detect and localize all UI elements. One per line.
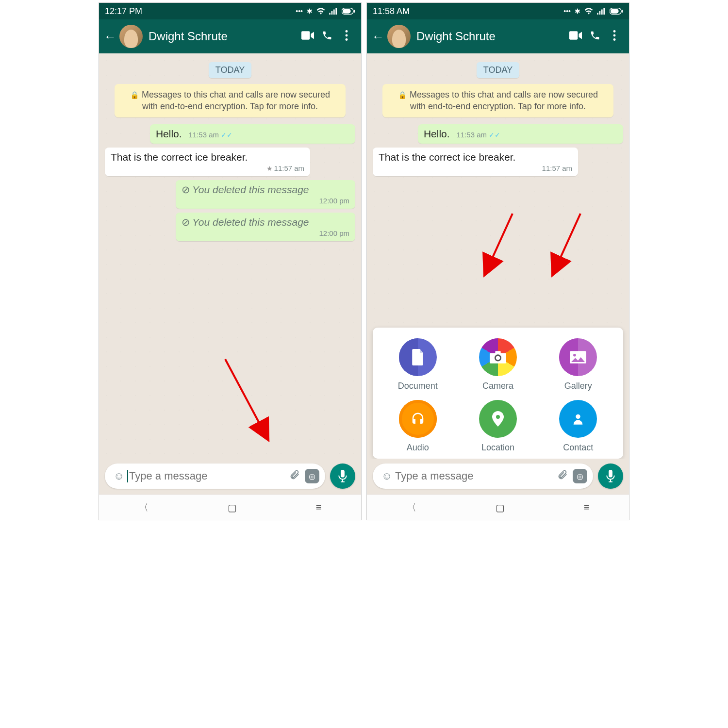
svg-rect-17 bbox=[495, 351, 500, 354]
message-input[interactable] bbox=[395, 470, 554, 482]
signal-icon bbox=[597, 8, 606, 15]
attach-icon[interactable] bbox=[554, 469, 571, 483]
nav-home[interactable]: ▢ bbox=[496, 502, 505, 513]
nav-recent[interactable]: ≡ bbox=[584, 502, 590, 513]
chat-body[interactable]: TODAY 🔒 Messages to this chat and calls … bbox=[99, 53, 361, 459]
attach-camera[interactable]: Camera bbox=[458, 338, 538, 391]
chat-name[interactable]: Dwight Schrute bbox=[416, 30, 566, 43]
chat-body[interactable]: TODAY 🔒 Messages to this chat and calls … bbox=[367, 53, 629, 459]
attach-location[interactable]: Location bbox=[458, 400, 538, 453]
svg-line-22 bbox=[488, 214, 513, 267]
video-call-button[interactable] bbox=[566, 31, 585, 42]
status-icons: ••• ✱ bbox=[563, 7, 623, 15]
svg-point-6 bbox=[346, 38, 348, 41]
date-badge: TODAY bbox=[477, 62, 519, 78]
star-icon: ★ bbox=[266, 165, 273, 172]
back-button[interactable]: ← bbox=[104, 29, 119, 44]
signal-icon bbox=[329, 8, 338, 15]
svg-point-13 bbox=[613, 30, 616, 33]
status-icons: ••• ✱ bbox=[296, 7, 355, 15]
attach-contact[interactable]: Contact bbox=[538, 400, 618, 453]
mic-button[interactable] bbox=[330, 463, 355, 489]
camera-icon[interactable]: ◎ bbox=[305, 469, 319, 483]
svg-point-20 bbox=[573, 354, 576, 357]
message-incoming[interactable]: That is the correct ice breaker. ★11:57 … bbox=[105, 148, 310, 176]
message-deleted[interactable]: ⊘You deleted this message 12:00 pm bbox=[176, 180, 355, 209]
nav-back[interactable]: 〈 bbox=[407, 501, 416, 514]
attach-document[interactable]: Document bbox=[378, 338, 458, 391]
svg-line-23 bbox=[556, 214, 580, 267]
attach-icon[interactable] bbox=[286, 469, 303, 483]
annotation-arrow bbox=[474, 209, 522, 279]
status-time: 12:17 PM bbox=[105, 6, 142, 17]
svg-rect-11 bbox=[622, 10, 623, 13]
input-row: ☺ ◎ bbox=[367, 459, 629, 495]
nav-home[interactable]: ▢ bbox=[228, 502, 237, 513]
prohibit-icon: ⊘ bbox=[182, 216, 190, 228]
voice-call-button[interactable] bbox=[317, 30, 337, 43]
nav-bar: 〈 ▢ ≡ bbox=[367, 495, 629, 520]
input-row: ☺ ◎ bbox=[99, 459, 361, 495]
emoji-icon[interactable]: ☺ bbox=[379, 470, 395, 482]
voice-call-button[interactable] bbox=[585, 30, 605, 43]
lock-icon: 🔒 bbox=[398, 91, 407, 99]
svg-line-7 bbox=[225, 359, 264, 432]
message-incoming[interactable]: That is the correct ice breaker. 11:57 a… bbox=[373, 148, 578, 176]
svg-point-5 bbox=[346, 34, 348, 37]
emoji-icon[interactable]: ☺ bbox=[111, 470, 127, 482]
camera-icon[interactable]: ◎ bbox=[573, 469, 587, 483]
svg-point-14 bbox=[613, 34, 616, 37]
svg-point-21 bbox=[576, 414, 580, 419]
svg-rect-2 bbox=[354, 10, 355, 13]
svg-rect-3 bbox=[301, 31, 310, 39]
message-deleted[interactable]: ⊘You deleted this message 12:00 pm bbox=[176, 213, 355, 241]
attach-gallery[interactable]: Gallery bbox=[538, 338, 618, 391]
battery-icon bbox=[342, 8, 355, 15]
status-bar: 12:17 PM ••• ✱ bbox=[99, 3, 361, 19]
avatar[interactable] bbox=[119, 25, 143, 48]
back-button[interactable]: ← bbox=[372, 29, 387, 44]
avatar[interactable] bbox=[387, 25, 411, 48]
encryption-notice[interactable]: 🔒 Messages to this chat and calls are no… bbox=[115, 84, 346, 117]
status-bar: 11:58 AM ••• ✱ bbox=[367, 3, 629, 19]
nav-recent[interactable]: ≡ bbox=[316, 502, 322, 513]
svg-rect-10 bbox=[611, 9, 619, 13]
nav-back[interactable]: 〈 bbox=[139, 501, 149, 514]
svg-rect-8 bbox=[341, 470, 345, 478]
message-input[interactable] bbox=[127, 470, 286, 482]
bluetooth-icon: ✱ bbox=[307, 7, 313, 15]
app-bar: ← Dwight Schrute bbox=[367, 19, 629, 53]
svg-rect-24 bbox=[609, 470, 612, 478]
video-call-button[interactable] bbox=[298, 31, 317, 42]
prohibit-icon: ⊘ bbox=[182, 184, 190, 195]
more-icon: ••• bbox=[563, 7, 571, 15]
phone-left: 12:17 PM ••• ✱ ← Dwight Schrute TODAY 🔒 … bbox=[99, 3, 361, 520]
annotation-arrow bbox=[542, 209, 590, 279]
svg-point-15 bbox=[613, 38, 616, 41]
read-ticks-icon: ✓✓ bbox=[489, 131, 500, 139]
status-time: 11:58 AM bbox=[373, 6, 410, 17]
message-outgoing[interactable]: Hello. 11:53 am✓✓ bbox=[150, 124, 355, 144]
chat-name[interactable]: Dwight Schrute bbox=[149, 30, 298, 43]
encryption-notice[interactable]: 🔒 Messages to this chat and calls are no… bbox=[382, 84, 613, 117]
menu-button[interactable] bbox=[337, 30, 356, 43]
lock-icon: 🔒 bbox=[130, 91, 139, 99]
mic-button[interactable] bbox=[598, 463, 623, 489]
bluetooth-icon: ✱ bbox=[575, 7, 580, 15]
battery-icon bbox=[610, 8, 623, 15]
date-badge: TODAY bbox=[209, 62, 251, 78]
nav-bar: 〈 ▢ ≡ bbox=[99, 495, 361, 520]
message-outgoing[interactable]: Hello. 11:53 am✓✓ bbox=[418, 124, 623, 144]
read-ticks-icon: ✓✓ bbox=[221, 131, 232, 139]
svg-point-4 bbox=[346, 30, 348, 33]
svg-rect-1 bbox=[343, 9, 351, 13]
more-icon: ••• bbox=[296, 7, 303, 15]
app-bar: ← Dwight Schrute bbox=[99, 19, 361, 53]
attach-audio[interactable]: Audio bbox=[378, 400, 458, 453]
wifi-icon bbox=[316, 8, 325, 15]
message-input-box[interactable]: ☺ ◎ bbox=[373, 463, 593, 489]
wifi-icon bbox=[584, 8, 593, 15]
message-input-box[interactable]: ☺ ◎ bbox=[105, 463, 325, 489]
svg-rect-12 bbox=[569, 31, 578, 39]
menu-button[interactable] bbox=[605, 30, 624, 43]
